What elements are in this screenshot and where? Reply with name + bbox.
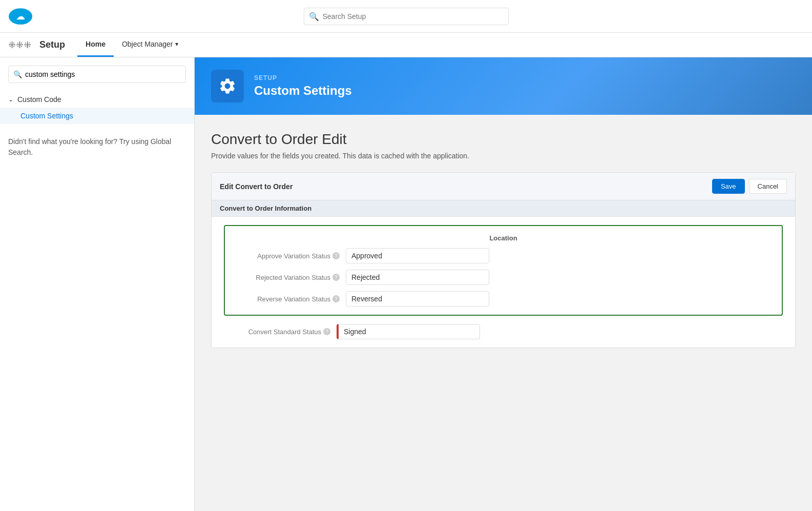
main-layout: 🔍 ⌄ Custom Code Custom Settings Didn't f…: [0, 57, 812, 511]
record-subtitle: Provide values for the fields you create…: [211, 152, 796, 160]
form-panel-actions: Save Cancel: [712, 179, 787, 194]
setup-label: SETUP: [254, 74, 352, 81]
salesforce-logo: ☁: [8, 4, 33, 29]
top-nav: ☁ 🔍: [0, 0, 812, 33]
svg-text:☁: ☁: [16, 11, 25, 22]
input-rejected-variation[interactable]: [346, 270, 489, 285]
highlighted-location-box: Location Approve Variation Status ?: [224, 225, 783, 316]
content-area: SETUP Custom Settings Convert to Order E…: [195, 57, 812, 511]
form-body: Location Approve Variation Status ?: [212, 217, 795, 348]
input-convert-standard[interactable]: [337, 324, 480, 339]
sidebar-chevron-icon: ⌄: [8, 96, 13, 103]
form-panel: Edit Convert to Order Save Cancel Conver…: [211, 172, 796, 348]
label-convert-standard: Convert Standard Status ?: [224, 328, 337, 336]
label-approve-variation: Approve Variation Status ?: [233, 252, 346, 260]
sidebar-search-input[interactable]: [8, 66, 186, 83]
sidebar: 🔍 ⌄ Custom Code Custom Settings Didn't f…: [0, 57, 195, 511]
sidebar-section-header[interactable]: ⌄ Custom Code: [0, 91, 194, 108]
sidebar-hint: Didn't find what you're looking for? Try…: [0, 128, 194, 166]
form-panel-header: Edit Convert to Order Save Cancel: [212, 173, 795, 200]
label-rejected-variation: Rejected Variation Status ?: [233, 274, 346, 281]
page-header-icon: [211, 70, 244, 103]
search-container: 🔍: [304, 8, 509, 25]
help-icon-approve[interactable]: ?: [332, 252, 340, 259]
record-title: Convert to Order Edit: [211, 131, 796, 148]
form-row-reverse: Reverse Variation Status ?: [233, 291, 774, 306]
form-panel-title: Edit Convert to Order: [220, 182, 293, 191]
sidebar-search-icon: 🔍: [13, 70, 22, 78]
field-reverse-variation: [346, 291, 489, 306]
search-setup-input[interactable]: [304, 8, 509, 25]
field-approve-variation: [346, 248, 489, 263]
nav-tabs: Home Object Manager ▾: [77, 33, 186, 57]
page-header-banner: SETUP Custom Settings: [195, 57, 812, 115]
content-inner: Convert to Order Edit Provide values for…: [195, 115, 812, 364]
tab-object-manager[interactable]: Object Manager ▾: [114, 33, 186, 57]
input-approve-variation[interactable]: [346, 248, 489, 263]
gear-icon: [218, 77, 237, 95]
label-reverse-variation: Reverse Variation Status ?: [233, 295, 346, 303]
sidebar-section-custom-code: ⌄ Custom Code Custom Settings: [0, 91, 194, 124]
apps-icon[interactable]: ⁜⁜⁜: [8, 39, 31, 51]
sidebar-search-container: 🔍: [8, 66, 186, 83]
location-label: Location: [233, 234, 774, 242]
page-header-title: Custom Settings: [254, 84, 352, 98]
input-reverse-variation[interactable]: [346, 291, 489, 306]
setup-title: Setup: [39, 39, 65, 50]
field-convert-standard: [337, 324, 480, 339]
chevron-down-icon: ▾: [175, 40, 178, 48]
save-button[interactable]: Save: [712, 179, 745, 194]
second-nav: ⁜⁜⁜ Setup Home Object Manager ▾: [0, 33, 812, 57]
tab-home[interactable]: Home: [77, 33, 114, 57]
field-rejected-variation: [346, 270, 489, 285]
help-icon-convert-standard[interactable]: ?: [323, 328, 330, 335]
form-section-header: Convert to Order Information: [212, 200, 795, 217]
form-row-convert-standard: Convert Standard Status ?: [224, 324, 783, 339]
help-icon-reverse[interactable]: ?: [332, 295, 340, 302]
help-icon-rejected[interactable]: ?: [332, 274, 340, 281]
page-header-text: SETUP Custom Settings: [254, 74, 352, 98]
sidebar-item-custom-settings[interactable]: Custom Settings: [0, 108, 194, 124]
form-row-rejected: Rejected Variation Status ?: [233, 270, 774, 285]
search-icon: 🔍: [309, 11, 319, 21]
form-row-approve: Approve Variation Status ?: [233, 248, 774, 263]
cancel-button[interactable]: Cancel: [749, 179, 787, 194]
